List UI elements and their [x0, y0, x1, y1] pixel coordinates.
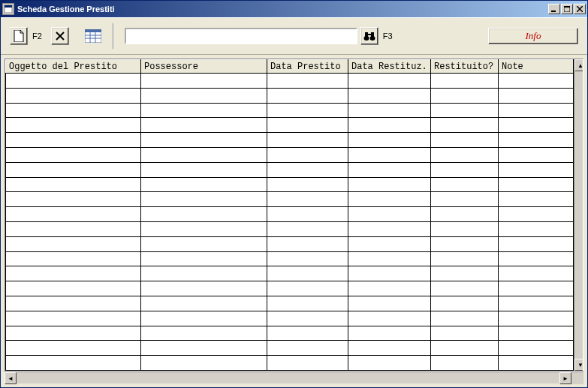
table-row[interactable] [6, 341, 574, 356]
table-cell[interactable] [267, 177, 348, 192]
table-cell[interactable] [6, 192, 141, 207]
table-cell[interactable] [348, 281, 431, 296]
table-cell[interactable] [348, 251, 431, 266]
scroll-track[interactable] [17, 372, 559, 383]
table-cell[interactable] [431, 177, 499, 192]
table-cell[interactable] [141, 326, 267, 341]
table-cell[interactable] [499, 326, 574, 341]
table-cell[interactable] [6, 207, 141, 222]
new-button[interactable] [10, 27, 28, 45]
table-cell[interactable] [267, 147, 348, 162]
table-cell[interactable] [431, 356, 499, 371]
table-cell[interactable] [6, 103, 141, 118]
maximize-button[interactable] [561, 4, 573, 14]
table-cell[interactable] [141, 341, 267, 356]
table-row[interactable] [6, 281, 574, 296]
table-cell[interactable] [6, 88, 141, 103]
table-cell[interactable] [348, 103, 431, 118]
horizontal-scrollbar[interactable]: ◄ ► [5, 371, 583, 383]
table-cell[interactable] [431, 207, 499, 222]
table-cell[interactable] [267, 251, 348, 266]
table-row[interactable] [6, 326, 574, 341]
table-row[interactable] [6, 356, 574, 371]
column-header[interactable]: Data Prestito [267, 60, 348, 74]
table-cell[interactable] [348, 133, 431, 148]
table-row[interactable] [6, 296, 574, 311]
minimize-button[interactable] [548, 4, 560, 14]
table-cell[interactable] [499, 236, 574, 251]
table-cell[interactable] [499, 296, 574, 311]
column-header[interactable]: Note [499, 60, 574, 74]
table-cell[interactable] [348, 221, 431, 236]
table-cell[interactable] [6, 221, 141, 236]
table-row[interactable] [6, 221, 574, 236]
table-cell[interactable] [6, 133, 141, 148]
table-cell[interactable] [267, 103, 348, 118]
table-cell[interactable] [499, 266, 574, 281]
table-cell[interactable] [6, 118, 141, 133]
table-row[interactable] [6, 133, 574, 148]
table-row[interactable] [6, 236, 574, 251]
table-cell[interactable] [431, 311, 499, 326]
table-cell[interactable] [141, 236, 267, 251]
table-cell[interactable] [141, 356, 267, 371]
table-cell[interactable] [6, 266, 141, 281]
table-cell[interactable] [499, 356, 574, 371]
table-cell[interactable] [141, 103, 267, 118]
table-cell[interactable] [6, 341, 141, 356]
table-cell[interactable] [141, 207, 267, 222]
table-cell[interactable] [431, 147, 499, 162]
table-cell[interactable] [348, 296, 431, 311]
table-cell[interactable] [431, 103, 499, 118]
scroll-right-button[interactable]: ► [559, 372, 571, 384]
table-cell[interactable] [348, 236, 431, 251]
table-cell[interactable] [348, 266, 431, 281]
table-cell[interactable] [348, 74, 431, 89]
table-row[interactable] [6, 266, 574, 281]
table-cell[interactable] [499, 192, 574, 207]
table-cell[interactable] [267, 133, 348, 148]
table-cell[interactable] [431, 221, 499, 236]
table-cell[interactable] [141, 88, 267, 103]
table-cell[interactable] [141, 177, 267, 192]
table-cell[interactable] [267, 281, 348, 296]
table-cell[interactable] [6, 296, 141, 311]
table-cell[interactable] [141, 251, 267, 266]
table-cell[interactable] [348, 356, 431, 371]
table-cell[interactable] [141, 162, 267, 177]
scroll-left-button[interactable]: ◄ [5, 372, 17, 384]
search-input[interactable] [125, 28, 357, 44]
table-cell[interactable] [141, 192, 267, 207]
table-cell[interactable] [431, 251, 499, 266]
table-row[interactable] [6, 177, 574, 192]
table-cell[interactable] [267, 236, 348, 251]
table-cell[interactable] [6, 326, 141, 341]
table-cell[interactable] [267, 207, 348, 222]
table-cell[interactable] [6, 177, 141, 192]
table-cell[interactable] [499, 251, 574, 266]
table-cell[interactable] [6, 281, 141, 296]
scroll-up-button[interactable]: ▲ [574, 59, 583, 71]
table-cell[interactable] [348, 207, 431, 222]
table-cell[interactable] [141, 147, 267, 162]
table-cell[interactable] [499, 341, 574, 356]
info-button[interactable]: Info [488, 28, 578, 44]
table-cell[interactable] [267, 88, 348, 103]
table-cell[interactable] [6, 147, 141, 162]
table-row[interactable] [6, 311, 574, 326]
table-button[interactable] [84, 27, 102, 45]
table-cell[interactable] [141, 281, 267, 296]
table-cell[interactable] [141, 118, 267, 133]
table-cell[interactable] [431, 74, 499, 89]
table-cell[interactable] [499, 311, 574, 326]
table-row[interactable] [6, 103, 574, 118]
scroll-down-button[interactable]: ▼ [574, 359, 583, 371]
table-cell[interactable] [267, 162, 348, 177]
table-cell[interactable] [141, 266, 267, 281]
column-header[interactable]: Oggetto del Prestito [6, 60, 141, 74]
table-cell[interactable] [431, 88, 499, 103]
table-cell[interactable] [348, 311, 431, 326]
table-cell[interactable] [431, 281, 499, 296]
table-cell[interactable] [431, 192, 499, 207]
close-button[interactable] [574, 4, 586, 14]
